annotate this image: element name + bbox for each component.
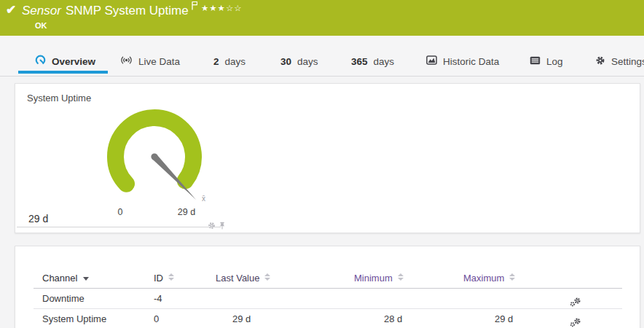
gauge-current-value: 29 d xyxy=(28,213,48,224)
uptime-gauge: x̄ xyxy=(85,98,224,219)
tab-365-days[interactable]: 365 days xyxy=(351,53,394,69)
channel-settings-button[interactable] xyxy=(570,314,581,328)
active-tab-underline xyxy=(18,71,108,74)
cell-id: -4 xyxy=(154,289,162,308)
channels-table-panel: Channel ID Last Value Minimum Maximum Do… xyxy=(15,246,640,328)
tab-settings[interactable]: Settings xyxy=(595,53,644,69)
tab-30-days-number: 30 xyxy=(280,56,291,67)
tab-365-days-unit: days xyxy=(374,56,395,67)
channels-table: Channel ID Last Value Minimum Maximum Do… xyxy=(34,268,622,328)
sort-icon xyxy=(509,273,515,281)
tab-30-days[interactable]: 30 days xyxy=(280,53,318,69)
tab-2-days-number: 2 xyxy=(213,56,219,67)
gears-icon xyxy=(570,297,581,307)
tab-2-days[interactable]: 2 days xyxy=(213,53,246,69)
gears-icon xyxy=(570,318,581,327)
cell-minimum: 28 d xyxy=(384,309,402,328)
tab-historic-data[interactable]: Historic Data xyxy=(426,53,499,69)
sensor-header: ✔ SensorSNMP System Uptime ★★★☆☆ OK xyxy=(0,0,644,36)
column-header-last-value[interactable]: Last Value xyxy=(216,268,270,288)
broadcast-icon xyxy=(120,55,133,67)
tab-bar: Overview Live Data 2 days 30 days 365 da… xyxy=(0,36,644,77)
column-header-minimum[interactable]: Minimum xyxy=(354,268,404,288)
log-icon xyxy=(530,56,541,67)
column-header-channel[interactable]: Channel xyxy=(42,268,89,288)
cell-last-value: 29 d xyxy=(232,309,251,328)
gauge-avg-marker: x̄ xyxy=(202,195,205,203)
column-header-last-value-label: Last Value xyxy=(216,273,259,284)
sort-icon xyxy=(264,273,270,281)
gauge-title: System Uptime xyxy=(27,93,91,104)
column-header-id-label: ID xyxy=(154,273,163,284)
priority-stars[interactable]: ★★★☆☆ xyxy=(201,3,243,13)
sensor-kind-label: Sensor xyxy=(22,4,61,17)
gauge-panel: System Uptime x̄ 0 29 d 29 d xyxy=(15,83,640,233)
sensor-name: SNMP System Uptime xyxy=(66,4,189,17)
gauge-scale-max: 29 d xyxy=(170,207,203,217)
column-header-channel-label: Channel xyxy=(42,273,77,284)
prtg-sensor-page: ✔ SensorSNMP System Uptime ★★★☆☆ OK Over… xyxy=(0,0,644,328)
tab-365-days-number: 365 xyxy=(351,56,368,67)
status-badge: OK xyxy=(35,21,47,30)
column-header-minimum-label: Minimum xyxy=(354,273,393,284)
tab-live-data[interactable]: Live Data xyxy=(120,53,180,69)
ok-check-icon: ✔ xyxy=(6,2,16,17)
gauge-footer-icons xyxy=(208,219,226,233)
tab-30-days-unit: days xyxy=(297,56,318,67)
gear-icon xyxy=(595,55,605,68)
table-header-row: Channel ID Last Value Minimum Maximum xyxy=(34,268,622,289)
sort-desc-icon xyxy=(83,277,89,281)
gauge-settings-gear-icon[interactable] xyxy=(208,219,216,233)
priority-flag-icon[interactable] xyxy=(191,0,199,14)
cell-channel: Downtime xyxy=(42,289,85,308)
tab-settings-label: Settings xyxy=(611,56,644,67)
sort-icon xyxy=(398,273,404,281)
gauge-footer-divider xyxy=(17,227,221,227)
cell-id: 0 xyxy=(154,309,159,328)
cell-channel: System Uptime xyxy=(42,309,106,328)
table-row-system-uptime[interactable]: System Uptime 0 29 d 28 d 29 d xyxy=(34,309,622,328)
tab-2-days-unit: days xyxy=(225,56,246,67)
column-header-id[interactable]: ID xyxy=(154,268,174,288)
gauge-scale-min: 0 xyxy=(111,207,129,217)
column-header-maximum[interactable]: Maximum xyxy=(463,268,515,288)
sensor-title: SensorSNMP System Uptime xyxy=(22,4,199,18)
historic-chart-icon xyxy=(426,55,437,67)
tab-historic-data-label: Historic Data xyxy=(443,56,499,67)
overview-gauge-icon xyxy=(35,55,46,68)
tab-log-label: Log xyxy=(546,56,563,67)
tab-overview[interactable]: Overview xyxy=(35,53,95,69)
column-header-maximum-label: Maximum xyxy=(463,273,504,284)
gauge-arc xyxy=(115,118,193,184)
gauge-pin-icon[interactable] xyxy=(219,219,226,233)
table-row-downtime[interactable]: Downtime -4 xyxy=(34,289,622,309)
tab-live-data-label: Live Data xyxy=(138,56,180,67)
sort-icon xyxy=(168,273,174,281)
tab-overview-label: Overview xyxy=(52,56,95,67)
cell-maximum: 29 d xyxy=(495,309,513,328)
tab-log[interactable]: Log xyxy=(530,53,563,69)
